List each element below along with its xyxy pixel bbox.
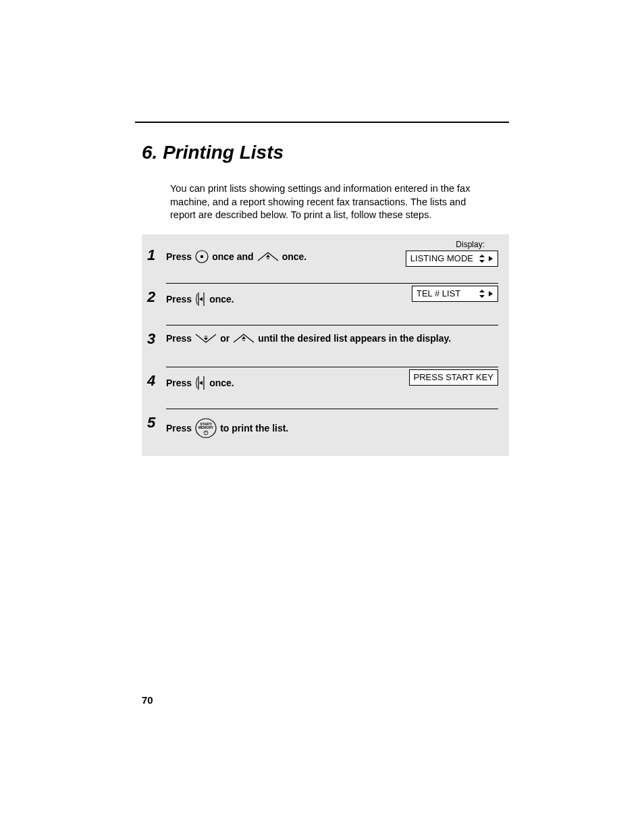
step-number: 5 [147, 414, 155, 432]
text: or [220, 333, 230, 344]
step-number: 2 [147, 288, 155, 306]
intro-paragraph: You can print lists showing settings and… [170, 182, 494, 222]
page-number: 70 [142, 694, 153, 706]
f-key-icon [194, 249, 209, 264]
lcd-text: TEL # LIST [417, 288, 460, 298]
step: 1 Display: Press once and once. [142, 241, 509, 283]
down-key-icon [194, 333, 217, 344]
right-key-icon [194, 375, 207, 391]
chapter-title: 6. Printing Lists [142, 142, 509, 163]
right-key-icon [194, 291, 207, 307]
start-key-icon: START/ MEMORY [194, 417, 217, 440]
text: once. [209, 377, 234, 388]
step: 2 Press once. TEL # LIST [142, 283, 509, 325]
lcd-text: PRESS START KEY [414, 372, 494, 382]
text: to print the list. [220, 423, 288, 434]
step: 5 Press START/ MEMORY to print the list. [142, 409, 509, 450]
step: 4 Press once. PRESS START KEY [142, 367, 509, 409]
content-area: 6. Printing Lists You can print lists sh… [142, 142, 509, 456]
svg-rect-1 [200, 255, 203, 258]
step-number: 3 [147, 330, 155, 348]
lcd-text: LISTING MODE [410, 253, 473, 263]
text: until the desired list appears in the di… [258, 333, 451, 344]
svg-text:MEMORY: MEMORY [198, 425, 214, 429]
display-label: Display: [456, 240, 485, 249]
text: once. [282, 251, 307, 262]
lcd-box: LISTING MODE [406, 251, 498, 267]
step-body: Press START/ MEMORY to print the list. [166, 417, 498, 440]
text: Press [166, 377, 192, 388]
right-arrow-icon [488, 290, 493, 297]
lcd-display: LISTING MODE [406, 251, 498, 267]
step: 3 Press or until the desired list a [142, 325, 509, 367]
lcd-display: PRESS START KEY [409, 369, 499, 386]
step-body: Press or until the desired list appears … [166, 333, 498, 344]
up-key-icon [232, 333, 255, 344]
lcd-box: TEL # LIST [412, 286, 498, 302]
updown-icon [479, 289, 485, 298]
updown-icon [479, 254, 485, 263]
right-arrow-icon [488, 255, 493, 262]
step-number: 1 [147, 246, 155, 264]
header-rule [135, 122, 509, 123]
lcd-box: PRESS START KEY [409, 369, 499, 386]
up-key-icon [257, 251, 279, 262]
text: Press [166, 251, 192, 262]
steps-box: 1 Display: Press once and once. [142, 234, 509, 456]
text: Press [166, 294, 192, 305]
text: once. [209, 294, 234, 305]
text: once and [212, 251, 253, 262]
text: Press [166, 423, 192, 434]
step-number: 4 [147, 372, 155, 390]
page: 6. Printing Lists You can print lists sh… [0, 0, 644, 834]
lcd-display: TEL # LIST [412, 286, 498, 302]
text: Press [166, 333, 192, 344]
